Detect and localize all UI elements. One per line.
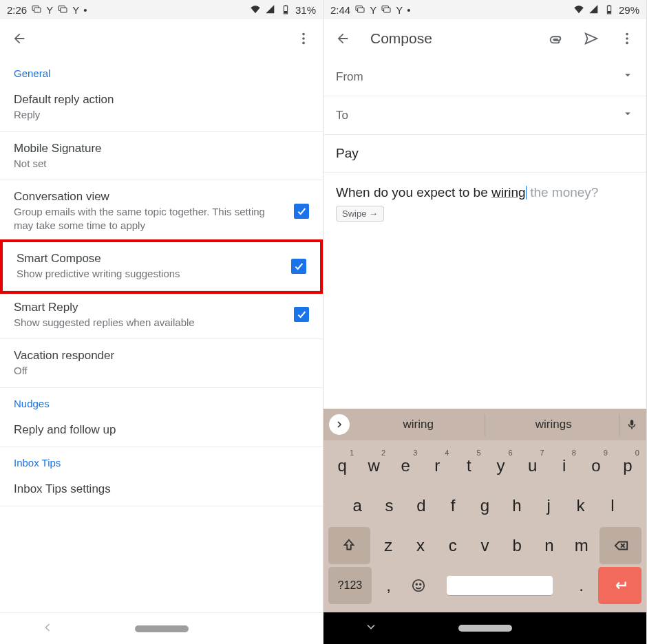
key-c[interactable]: c [436,527,469,564]
setting-mobile-signature[interactable]: Mobile Signature Not set [0,132,323,181]
key-a[interactable]: a [341,487,373,524]
nav-home-pill[interactable] [135,625,189,632]
comma-key[interactable]: , [374,567,403,604]
key-y[interactable]: y6 [485,447,517,484]
svg-point-20 [413,580,425,592]
key-q[interactable]: q1 [326,447,358,484]
nav-keyboard-down-icon[interactable] [364,620,378,636]
status-time: 2:26 [7,4,27,16]
wifi-icon [573,4,584,15]
key-x[interactable]: x [405,527,437,564]
key-b[interactable]: b [501,527,533,564]
key-v[interactable]: v [469,527,501,564]
backspace-key[interactable] [600,527,641,564]
subject-field[interactable]: Pay [324,135,646,173]
symbols-key[interactable]: ?123 [328,567,372,604]
space-key[interactable] [434,567,566,604]
key-f[interactable]: f [437,487,469,524]
status-sms-icon-1 [31,4,42,15]
to-field[interactable]: To [324,96,646,135]
svg-point-22 [420,583,421,585]
nav-back-icon[interactable] [41,621,54,637]
body-typed: wiring [491,185,526,200]
setting-sub: Off [14,364,309,378]
back-button[interactable] [4,23,34,54]
svg-rect-6 [284,11,287,13]
key-e[interactable]: e3 [390,447,421,484]
key-u[interactable]: u7 [517,447,549,484]
status-sms-icon-2 [381,4,392,15]
svg-point-18 [626,37,628,40]
key-o[interactable]: o9 [580,447,612,484]
key-g[interactable]: g [469,487,500,524]
key-j[interactable]: j [533,487,564,524]
key-w[interactable]: w2 [358,447,390,484]
highlight-smart-compose: Smart Compose Show predictive writing su… [0,239,323,294]
checkbox-smart-compose[interactable] [291,259,306,274]
attach-button[interactable] [540,23,571,54]
svg-point-9 [302,42,305,45]
setting-smart-reply[interactable]: Smart Reply Show suggested replies when … [0,291,323,340]
key-row-1: q1w2e3r4t5y6u7i8o9p0 [326,447,644,484]
svg-rect-16 [608,11,611,13]
key-h[interactable]: h [501,487,533,524]
body-field[interactable]: When do you expect to be wiring the mone… [324,173,646,409]
key-k[interactable]: k [564,487,596,524]
setting-title: Smart Reply [14,301,286,314]
suggestion-bar: wiring wirings [324,409,646,440]
key-p[interactable]: p0 [612,447,644,484]
checkbox-smart-reply[interactable] [294,307,309,322]
suggestion-expand-button[interactable] [329,414,350,435]
chevron-down-icon[interactable] [622,69,634,85]
battery-icon [604,4,615,15]
signal-icon [265,4,276,15]
overflow-menu-button[interactable] [612,23,642,54]
enter-key[interactable] [598,567,641,604]
svg-point-17 [626,33,628,36]
setting-title: Conversation view [14,190,286,204]
mic-icon[interactable] [623,418,641,431]
settings-screen: 2:26 Y Y • 31% General Default reply act… [0,0,324,644]
back-button[interactable] [328,23,358,54]
wifi-icon [250,4,261,15]
setting-vacation-responder[interactable]: Vacation responder Off [0,339,323,388]
overflow-menu-button[interactable] [288,23,319,54]
shift-key[interactable] [328,527,370,564]
signal-icon [588,4,600,15]
checkbox-conversation[interactable] [294,204,309,219]
key-d[interactable]: d [405,487,437,524]
battery-pct: 29% [619,4,639,16]
suggestion-2[interactable]: wirings [488,414,621,436]
status-bar: 2:44 Y Y • 29% [324,0,646,19]
battery-icon [280,4,291,15]
chevron-down-icon[interactable] [622,107,634,123]
compose-screen: 2:44 Y Y • 29% Compose From [324,0,647,644]
svg-rect-3 [61,8,67,12]
setting-sub: Not set [14,157,309,171]
appbar-title: Compose [370,30,535,47]
key-i[interactable]: i8 [549,447,580,484]
emoji-key[interactable] [403,567,433,604]
key-t[interactable]: t5 [453,447,485,484]
nav-home-pill[interactable] [458,625,512,632]
svg-point-8 [302,37,305,40]
suggestion-1[interactable]: wiring [352,414,485,436]
period-key[interactable]: . [566,567,596,604]
send-button[interactable] [576,23,606,54]
key-z[interactable]: z [372,527,405,564]
key-m[interactable]: m [565,527,597,564]
setting-title: Smart Compose [17,252,283,266]
setting-title: Default reply action [14,93,309,107]
setting-conversation-view[interactable]: Conversation view Group emails with the … [0,180,323,242]
setting-reply-followup[interactable]: Reply and follow up [0,414,323,447]
to-label: To [336,109,615,122]
from-field[interactable]: From [324,58,646,96]
setting-default-reply[interactable]: Default reply action Reply [0,83,323,132]
key-s[interactable]: s [373,487,405,524]
key-l[interactable]: l [597,487,628,524]
key-r[interactable]: r4 [421,447,453,484]
section-nudges: Nudges [0,388,323,414]
setting-smart-compose[interactable]: Smart Compose Show predictive writing su… [3,242,320,291]
key-n[interactable]: n [533,527,566,564]
setting-inboxtips[interactable]: Inbox Tips settings [0,473,323,506]
